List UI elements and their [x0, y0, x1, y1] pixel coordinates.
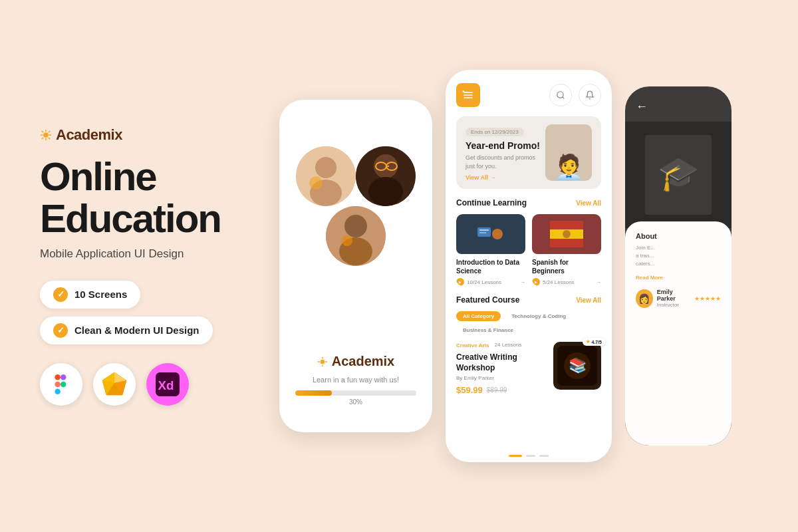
featured-title-label: Featured Course [456, 295, 519, 305]
svg-point-36 [320, 359, 325, 364]
promo-description: Get discounts and promos just for you. [466, 154, 545, 170]
promo-person-illustration: 🧑‍💼 [554, 153, 584, 181]
play-icon-data-science [456, 278, 464, 286]
svg-line-7 [49, 131, 50, 132]
back-button[interactable]: ← [636, 100, 648, 114]
price-row: $59.99 $89.99 [456, 385, 547, 395]
search-button[interactable] [549, 84, 572, 106]
home-phone: Ends on 12/29/2023 Year-end Promo! Get d… [446, 70, 612, 462]
rating-badge: ★ 4.7/5 [583, 338, 605, 346]
promo-title: Year-end Promo! [466, 140, 545, 151]
sun-icon [40, 129, 52, 141]
subtitle: Mobile Application UI Design [40, 246, 253, 262]
course-thumb-data-science [456, 214, 525, 254]
detail-image: 🎓 [625, 122, 732, 228]
svg-text:🎓: 🎓 [658, 154, 700, 194]
sketch-icon [93, 363, 136, 406]
promo-ends: Ends on 12/29/2023 [466, 128, 524, 136]
splash-brand: Academix [295, 354, 416, 369]
progress-bar-bg [295, 390, 416, 396]
header-icons [549, 84, 601, 106]
cat-tab-tech[interactable]: Technology & Coding [505, 311, 573, 321]
svg-point-0 [43, 132, 49, 138]
play-icon-spanish [532, 278, 540, 286]
svg-rect-9 [55, 374, 61, 380]
svg-point-25 [309, 176, 323, 190]
badge-label-1: 10 Screens [74, 289, 127, 300]
indicator-dot-2 [526, 455, 535, 457]
logo-icon [462, 88, 475, 102]
continue-learning-header: Continue Learning View All [456, 198, 601, 207]
svg-point-42 [557, 92, 563, 98]
svg-rect-12 [61, 374, 66, 380]
svg-rect-45 [479, 229, 489, 231]
badges-list: 10 Screens Clean & Modern UI Design [40, 281, 253, 344]
main-container: Academix Online Education Mobile Applica… [0, 0, 798, 532]
price-current: $59.99 [456, 385, 483, 395]
phones-container: Academix Learn in a fun way with us! 30% [279, 70, 732, 462]
price-original: $89.99 [487, 386, 507, 394]
svg-point-23 [315, 157, 336, 178]
badge-design: Clean & Modern UI Design [40, 317, 213, 344]
notification-button[interactable] [579, 84, 601, 106]
detail-content: About Join E...a tran...caters... Read M… [625, 221, 732, 446]
svg-text:📚: 📚 [569, 356, 587, 374]
svg-line-8 [42, 138, 43, 139]
badge-label-2: Clean & Modern UI Design [74, 325, 200, 336]
tool-icons: Xd [40, 363, 253, 406]
splash-phone: Academix Learn in a fun way with us! 30% [279, 100, 432, 432]
featured-tag: Creative Arts [456, 342, 489, 348]
progress-label: 30% [295, 398, 416, 406]
avatar-top-right [356, 146, 416, 206]
indicator-dot-3 [539, 455, 549, 457]
search-icon [556, 90, 565, 100]
instructor-avatar: 👩 [636, 289, 653, 308]
course-card-data-science[interactable]: Introduction to Data Science 10/24 Lesso… [456, 214, 525, 286]
detail-avatar-row: 👩 Emily Parker Instructor ★★★★★ [636, 289, 721, 308]
avatar-top-left [296, 146, 356, 206]
continue-learning-view-all[interactable]: View All [576, 200, 601, 207]
detail-header: ← [625, 86, 732, 122]
svg-rect-46 [479, 232, 486, 233]
svg-line-6 [49, 138, 50, 139]
cat-tab-business[interactable]: Business & Finance [456, 325, 520, 335]
course-title-data-science: Introduction to Data Science [456, 258, 525, 275]
lessons-spanish: 5/24 Lessons [543, 279, 575, 285]
courses-row: Introduction to Data Science 10/24 Lesso… [456, 214, 601, 286]
splash-sun-icon [317, 356, 328, 367]
xd-icon: Xd [146, 363, 189, 406]
brand-logo: Academix [40, 126, 253, 144]
detail-phone: ← 🎓 About Join E...a tran...caters... Re… [625, 86, 732, 446]
avatar-bottom [326, 206, 386, 266]
svg-rect-49 [550, 221, 583, 229]
left-section: Academix Online Education Mobile Applica… [40, 126, 253, 406]
promo-view-all[interactable]: View All → [466, 174, 545, 181]
featured-header: Featured Course View All [456, 295, 601, 305]
svg-point-35 [342, 235, 352, 246]
splash-illustration [296, 146, 416, 266]
featured-thumb: ★ 4.7/5 📚 [553, 342, 601, 390]
brand-name: Academix [56, 126, 122, 144]
svg-point-28 [368, 177, 403, 206]
hero-title: Online Education [40, 156, 253, 239]
featured-lessons: 24 Lessons [495, 342, 522, 348]
figma-icon [40, 363, 82, 406]
lessons-data-science: 10/24 Lessons [467, 279, 501, 285]
course-card-spanish[interactable]: Spanish for Beginners 5/24 Lessons → [532, 214, 601, 286]
featured-author: By Emily Parker [456, 375, 547, 381]
featured-card[interactable]: Creative Arts 24 Lessons Creative Writin… [456, 342, 601, 395]
course-meta-spanish: 5/24 Lessons → [532, 278, 601, 286]
svg-point-52 [563, 230, 571, 238]
detail-course-image: 🎓 [638, 128, 718, 221]
read-more-link[interactable]: Read More [636, 275, 721, 281]
featured-view-all[interactable]: View All [576, 297, 601, 304]
featured-card-content: Creative Arts 24 Lessons Creative Writin… [456, 342, 547, 395]
svg-rect-41 [463, 90, 465, 92]
svg-point-33 [344, 215, 367, 237]
badge-screens: 10 Screens [40, 281, 140, 309]
splash-progress: 30% [295, 390, 416, 406]
cat-tab-all[interactable]: All Category [456, 311, 501, 321]
home-header [456, 83, 601, 107]
course-thumb-spanish [532, 214, 601, 254]
home-logo [456, 83, 480, 107]
